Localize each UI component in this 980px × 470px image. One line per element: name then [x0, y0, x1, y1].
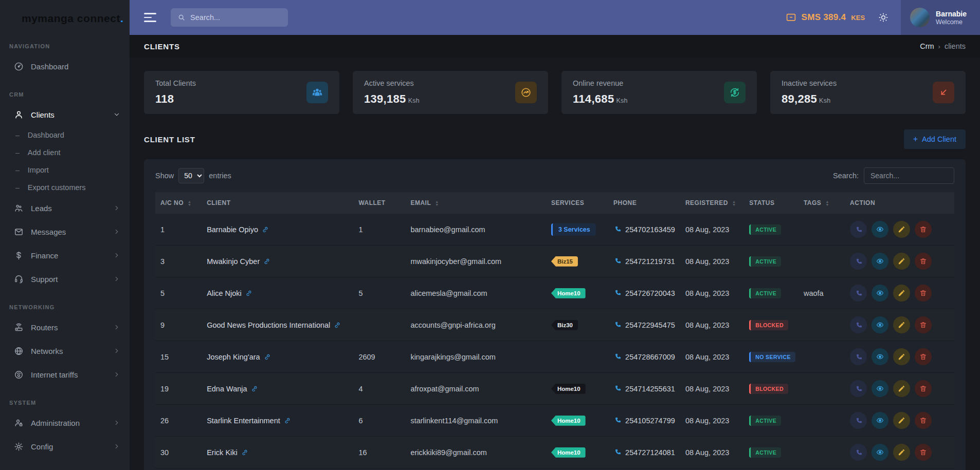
add-client-button[interactable]: + Add Client [904, 129, 966, 149]
menu-icon[interactable] [144, 11, 159, 24]
page-size-control: Show 50 entries [155, 168, 231, 183]
link-icon[interactable] [245, 290, 252, 297]
search-input[interactable] [190, 13, 281, 22]
delete-button[interactable] [915, 380, 932, 397]
edit-button[interactable] [893, 380, 910, 397]
col-header-email[interactable]: EMAIL▲▼ [405, 192, 546, 214]
stat-label: Total Clients [155, 79, 196, 87]
delete-button[interactable] [915, 412, 932, 429]
page-size-select[interactable]: 50 [178, 168, 204, 183]
view-button[interactable] [872, 380, 888, 397]
cell-action [845, 341, 954, 373]
client-name[interactable]: Mwakinjo Cyber [207, 257, 260, 266]
edit-button[interactable] [893, 221, 910, 238]
call-button[interactable] [850, 348, 867, 365]
edit-button[interactable] [893, 444, 910, 461]
table-row: 5Alice Njoki5alicemesla@gmail.comHome102… [155, 277, 954, 309]
view-button[interactable] [872, 348, 888, 365]
col-header-tags[interactable]: TAGS▲▼ [798, 192, 845, 214]
col-header-label: STATUS [749, 199, 774, 206]
delete-button[interactable] [915, 285, 932, 302]
phone-icon [613, 416, 621, 425]
client-name[interactable]: Edna Wanja [207, 385, 247, 393]
theme-toggle[interactable] [878, 12, 888, 23]
sidebar-item-messages[interactable]: Messages [0, 220, 130, 243]
col-header-label: EMAIL [410, 199, 431, 206]
sidebar-item-dashboard[interactable]: Dashboard [0, 54, 130, 78]
sidebar-item-finance[interactable]: Finance [0, 243, 130, 267]
sidebar-item-internet-tariffs[interactable]: Internet tariffs [0, 363, 130, 386]
client-name[interactable]: Alice Njoki [207, 289, 242, 297]
client-name[interactable]: Barnabie Opiyo [207, 225, 258, 234]
service-badge: Home10 [551, 384, 586, 394]
sidebar-item-administration[interactable]: Administration [0, 411, 130, 435]
view-button[interactable] [872, 253, 888, 270]
row-actions [850, 380, 949, 397]
cell-client: Alice Njoki [202, 277, 353, 309]
edit-button[interactable] [893, 412, 910, 429]
sidebar-item-networks[interactable]: Networks [0, 339, 130, 363]
sidebar-subitem-add-client[interactable]: –Add client [0, 144, 130, 161]
edit-button[interactable] [893, 253, 910, 270]
sidebar-subitem-export-customers[interactable]: –Export customers [0, 179, 130, 196]
delete-button[interactable] [915, 253, 932, 270]
sidebar-item-config[interactable]: Config [0, 435, 130, 458]
sms-balance[interactable]: SMS 389.4 KES [786, 12, 865, 23]
link-icon[interactable] [262, 226, 269, 233]
brand-logo[interactable]: mymanga connect. [0, 0, 130, 30]
delete-button[interactable] [915, 316, 932, 333]
stat-cards: Total Clients118Active services139,185Ks… [144, 71, 966, 114]
cell-services [546, 341, 608, 373]
col-header-a-c-no[interactable]: A/C NO▲▼ [155, 192, 202, 214]
delete-button[interactable] [915, 221, 932, 238]
topbar-search[interactable] [171, 8, 288, 27]
client-name[interactable]: Good News Productions International [207, 321, 330, 329]
call-button[interactable] [850, 285, 867, 302]
client-name[interactable]: Erick Kiki [207, 448, 238, 457]
view-button[interactable] [872, 285, 888, 302]
edit-button[interactable] [893, 316, 910, 333]
view-button[interactable] [872, 444, 888, 461]
link-icon[interactable] [251, 385, 258, 392]
link-icon[interactable] [334, 322, 341, 329]
cell-action [845, 405, 954, 437]
sidebar-item-routers[interactable]: Routers [0, 315, 130, 339]
sidebar-item-leads[interactable]: Leads [0, 196, 130, 220]
call-button[interactable] [850, 221, 867, 238]
link-icon[interactable] [263, 258, 270, 265]
link-icon[interactable] [241, 449, 248, 456]
sidebar-subitem-dashboard[interactable]: –Dashboard [0, 126, 130, 144]
table-search-input[interactable] [864, 167, 954, 184]
sidebar-subitem-import[interactable]: –Import [0, 161, 130, 179]
col-header-registered[interactable]: REGISTERED▲▼ [680, 192, 744, 214]
cell-phone: 254714255631 [608, 373, 680, 405]
delete-button[interactable] [915, 444, 932, 461]
sidebar-item-support[interactable]: Support [0, 267, 130, 291]
view-button[interactable] [872, 316, 888, 333]
user-icon [13, 109, 24, 120]
breadcrumb-parent[interactable]: Crm [920, 42, 934, 50]
link-icon[interactable] [264, 353, 271, 361]
headset-icon [13, 274, 24, 284]
client-name[interactable]: Joseph King'ara [207, 353, 260, 361]
sidebar-item-label: Messages [31, 228, 113, 236]
call-button[interactable] [850, 253, 867, 270]
call-button[interactable] [850, 380, 867, 397]
call-button[interactable] [850, 444, 867, 461]
call-button[interactable] [850, 316, 867, 333]
edit-button[interactable] [893, 348, 910, 365]
user-menu[interactable]: Barnabie Welcome [901, 0, 980, 35]
services-count-badge[interactable]: 3 Services [551, 223, 596, 236]
cell-registered: 08 Aug, 2023 [680, 405, 744, 437]
client-name[interactable]: Starlink Entertainment [207, 417, 280, 425]
table-row: 40Rachael Kamau5rachael.kamau@gmail.comH… [155, 468, 954, 470]
view-button[interactable] [872, 221, 888, 238]
sidebar-item-clients[interactable]: Clients [0, 103, 130, 126]
cell-services: Home10 [546, 405, 608, 437]
call-button[interactable] [850, 412, 867, 429]
link-icon[interactable] [284, 417, 291, 424]
table-search: Search: [833, 167, 954, 184]
view-button[interactable] [872, 412, 888, 429]
delete-button[interactable] [915, 348, 932, 365]
edit-button[interactable] [893, 285, 910, 302]
